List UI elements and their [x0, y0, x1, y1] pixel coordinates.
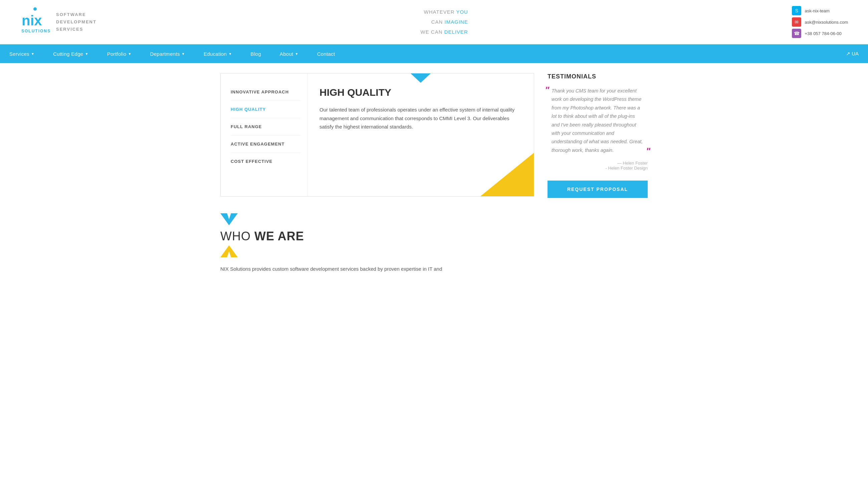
tagline-you: YOU [456, 9, 468, 15]
who-title-regular: WHO [220, 229, 254, 243]
main-container: INNOVATIVE APPROACH HIGH QUALITY FULL RA… [200, 63, 668, 287]
skype-label: ask-nix-team [805, 8, 829, 13]
nav-services[interactable]: Services ▼ [0, 44, 44, 63]
who-description: NIX Solutions provides custom software d… [220, 265, 534, 273]
feature-list: INNOVATIVE APPROACH HIGH QUALITY FULL RA… [221, 74, 308, 196]
nav-ua[interactable]: ↗ UA [837, 44, 868, 63]
logo-tagline: SOFTWARE DEVELOPMENT SERVICES [56, 11, 96, 33]
feature-title: HIGH QUALITY [320, 87, 522, 98]
sidebar: TESTIMONIALS " Thank you CMS team for yo… [547, 73, 648, 277]
skype-icon: S [792, 6, 801, 15]
nav-blog[interactable]: Blog [242, 44, 270, 63]
header-contact: S ask-nix-team ✉ ask@nixsolutions.com ☎ … [792, 6, 848, 38]
nav-about[interactable]: About ▼ [270, 44, 308, 63]
nav-portfolio[interactable]: Portfolio ▼ [98, 44, 141, 63]
education-arrow: ▼ [228, 52, 232, 56]
cutting-edge-arrow: ▼ [85, 52, 88, 56]
mail-icon: ✉ [792, 17, 801, 27]
svg-text:nix: nix [22, 13, 42, 28]
nav-education[interactable]: Education ▼ [194, 44, 242, 63]
tagline-imagine: IMAGINE [445, 19, 468, 25]
services-arrow: ▼ [31, 52, 34, 56]
feature-detail: HIGH QUALITY Our talented team of profes… [308, 74, 534, 196]
site-header: nix SOLUTIONS SOFTWARE DEVELOPMENT SERVI… [0, 0, 868, 44]
phone-label: +38 057 784-06-00 [805, 31, 841, 36]
author-company: - Helen Foster Design [547, 166, 648, 171]
tagline-deliver: DELIVER [444, 29, 468, 35]
nav-contact[interactable]: Contact [308, 44, 344, 63]
phone-contact[interactable]: ☎ +38 057 784-06-00 [792, 29, 848, 38]
testimonial-author: — Helen Foster - Helen Foster Design [547, 160, 648, 171]
portfolio-arrow: ▼ [128, 52, 131, 56]
nav-spacer [344, 44, 837, 63]
feature-high-quality[interactable]: HIGH QUALITY [231, 101, 300, 118]
feature-full-range[interactable]: FULL RANGE [231, 118, 300, 136]
feature-innovative-approach[interactable]: INNOVATIVE APPROACH [231, 83, 300, 101]
feature-description: Our talented team of professionals opera… [320, 106, 522, 131]
svg-marker-4 [220, 245, 238, 257]
content-area: INNOVATIVE APPROACH HIGH QUALITY FULL RA… [220, 73, 534, 277]
testimonial-content: Thank you CMS team for your excellent wo… [552, 88, 642, 153]
who-section: WHO WE ARE NIX Solutions provides custom… [220, 210, 534, 277]
email-label: ask@nixsolutions.com [805, 20, 848, 25]
departments-arrow: ▼ [182, 52, 185, 56]
svg-point-0 [33, 7, 37, 11]
phone-icon: ☎ [792, 29, 801, 38]
main-nav: Services ▼ Cutting Edge ▼ Portfolio ▼ De… [0, 44, 868, 63]
about-arrow: ▼ [295, 52, 298, 56]
logo-area: nix SOLUTIONS SOFTWARE DEVELOPMENT SERVI… [20, 7, 96, 37]
nix-logo: nix SOLUTIONS [20, 7, 50, 37]
who-title-bold: WE ARE [254, 229, 304, 243]
request-proposal-button[interactable]: REQUEST PROPOSAL [547, 181, 648, 198]
who-title: WHO WE ARE [220, 229, 534, 243]
author-name: — Helen Foster [547, 160, 648, 166]
testimonials-title: TESTIMONIALS [547, 73, 648, 80]
header-tagline: WHATEVER YOU CAN IMAGINE WE CAN DELIVER [421, 7, 468, 37]
yellow-triangle-decoration [480, 153, 534, 196]
feature-cost-effective[interactable]: COST EFFECTIVE [231, 153, 300, 170]
quote-close-icon: " [646, 146, 650, 156]
skype-contact[interactable]: S ask-nix-team [792, 6, 848, 15]
feature-active-engagement[interactable]: ACTIVE ENGAGEMENT [231, 136, 300, 153]
quote-open-icon: " [545, 86, 549, 95]
nav-cutting-edge[interactable]: Cutting Edge ▼ [44, 44, 98, 63]
email-contact[interactable]: ✉ ask@nixsolutions.com [792, 17, 848, 27]
svg-marker-3 [220, 213, 238, 225]
testimonial-block: " Thank you CMS team for your excellent … [547, 87, 648, 155]
svg-text:SOLUTIONS: SOLUTIONS [21, 29, 50, 33]
feature-panel: INNOVATIVE APPROACH HIGH QUALITY FULL RA… [220, 73, 534, 197]
blue-v-icon [220, 213, 238, 225]
nav-departments[interactable]: Departments ▼ [141, 44, 194, 63]
gold-chevron-icon [220, 245, 534, 259]
